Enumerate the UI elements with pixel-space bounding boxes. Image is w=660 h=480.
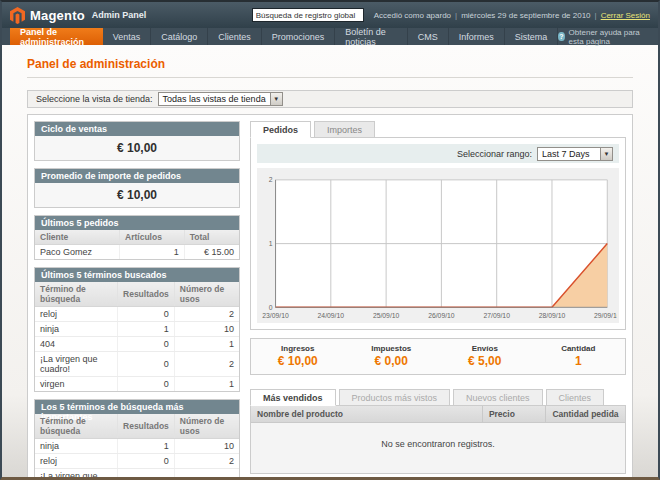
orders-chart: 01223/09/1024/09/1025/09/1026/09/1027/09… bbox=[257, 168, 619, 323]
bestsellers-grid: Nombre del producto Precio Cantidad pedi… bbox=[250, 405, 626, 474]
nav-item-cms[interactable]: CMS bbox=[408, 28, 449, 45]
svg-text:25/09/10: 25/09/10 bbox=[373, 312, 400, 319]
table-cell: 2 bbox=[174, 352, 239, 377]
tab-clientes[interactable]: Clientes bbox=[546, 389, 605, 406]
total-ingresos: Ingresos € 10,00 bbox=[251, 344, 345, 368]
column-header: Término de búsqueda bbox=[35, 282, 118, 307]
store-view-selected-value: Todas las vistas de tienda bbox=[159, 93, 270, 105]
total-impuestos: Impuestos € 0,00 bbox=[345, 344, 439, 368]
nav-item-ventas[interactable]: Ventas bbox=[103, 28, 152, 45]
svg-text:29/09/10: 29/09/10 bbox=[594, 312, 617, 319]
table-cell: 1 bbox=[118, 439, 175, 454]
top-search-terms-table: Término de búsquedaResultadosNúmero de u… bbox=[35, 414, 239, 480]
nav-item-dashboard[interactable]: Panel de administración bbox=[10, 28, 103, 45]
nav-item-catalogo[interactable]: Catálogo bbox=[151, 28, 208, 45]
table-header-row: Término de búsquedaResultadosNúmero de u… bbox=[35, 414, 239, 439]
separator: | bbox=[595, 11, 597, 20]
orders-chart-panel: Seleccionar rango: Last 7 Days ▼ 01223/0… bbox=[250, 137, 626, 330]
table-cell: ¡La virgen que cuadro! bbox=[35, 469, 118, 480]
empty-records-text: No se encontraron registros. bbox=[251, 423, 625, 473]
table-cell: 1 bbox=[118, 322, 175, 337]
help-link[interactable]: ? Obtener ayuda para esta página bbox=[558, 28, 658, 45]
tab-importes[interactable]: Importes bbox=[314, 121, 375, 138]
global-search-input[interactable] bbox=[252, 8, 364, 22]
dashboard-left-column: Ciclo de ventas € 10,00 Promedio de impo… bbox=[34, 121, 240, 480]
tab-mas-vendidos[interactable]: Más vendidos bbox=[250, 389, 336, 406]
store-view-select[interactable]: Todas las vistas de tienda ▼ bbox=[158, 92, 283, 106]
svg-text:2: 2 bbox=[269, 176, 273, 183]
date-text: miércoles 29 de septiembre de 2010 bbox=[461, 11, 590, 20]
range-label: Seleccionar rango: bbox=[457, 149, 532, 159]
svg-text:0: 0 bbox=[269, 304, 273, 311]
total-envios: Envíos € 5,00 bbox=[438, 344, 532, 368]
tab-productos-mas-vistos[interactable]: Productos más vistos bbox=[339, 389, 451, 406]
table-cell: 10 bbox=[174, 439, 239, 454]
table-cell: 10 bbox=[174, 322, 239, 337]
column-header: Total bbox=[184, 230, 239, 245]
header-bar: Magento Admin Panel Accedió como apardo … bbox=[2, 2, 658, 28]
table-row[interactable]: ninja110 bbox=[35, 439, 239, 454]
top-search-terms-box: Los 5 términos de búsqueda más important… bbox=[34, 399, 240, 480]
table-cell: 2 bbox=[174, 469, 239, 480]
logout-link[interactable]: Cerrar Sesión bbox=[601, 11, 650, 20]
nav-item-boletin[interactable]: Boletín de noticias bbox=[335, 28, 408, 45]
separator: | bbox=[455, 11, 457, 20]
table-cell: 0 bbox=[118, 377, 175, 392]
svg-text:26/09/10: 26/09/10 bbox=[428, 312, 455, 319]
header-user-info: Accedió como apardo | miércoles 29 de se… bbox=[374, 11, 650, 20]
table-header-row: Término de búsquedaResultadosNúmero de u… bbox=[35, 282, 239, 307]
column-header-qty: Cantidad pedida bbox=[546, 406, 625, 422]
box-title: Últimos 5 pedidos bbox=[35, 216, 239, 230]
total-value: € 0,00 bbox=[345, 354, 439, 368]
table-row[interactable]: reloj02 bbox=[35, 307, 239, 322]
table-row[interactable]: reloj02 bbox=[35, 454, 239, 469]
logged-in-as-text: Accedió como apardo bbox=[374, 11, 451, 20]
total-label: Envíos bbox=[438, 344, 532, 353]
table-cell: 0 bbox=[118, 454, 175, 469]
nav-item-sistema[interactable]: Sistema bbox=[505, 28, 559, 45]
table-row[interactable]: ninja110 bbox=[35, 322, 239, 337]
tab-nuevos-clientes[interactable]: Nuevos clientes bbox=[453, 389, 543, 406]
table-cell: 0 bbox=[118, 337, 175, 352]
svg-text:24/09/10: 24/09/10 bbox=[318, 312, 345, 319]
total-value: € 10,00 bbox=[251, 354, 345, 368]
table-header-row: ClienteArtículosTotal bbox=[35, 230, 239, 245]
range-select[interactable]: Last 7 Days ▼ bbox=[537, 147, 613, 161]
table-cell: ¡La virgen que cuadro! bbox=[35, 352, 118, 377]
total-value: 1 bbox=[532, 354, 626, 368]
table-cell: reloj bbox=[35, 454, 118, 469]
diagram-tabs: Pedidos Importes bbox=[250, 121, 626, 138]
nav-bar: Panel de administración Ventas Catálogo … bbox=[2, 28, 658, 45]
table-cell: 1 bbox=[120, 245, 185, 260]
column-header: Artículos bbox=[120, 230, 185, 245]
total-label: Impuestos bbox=[345, 344, 439, 353]
column-header: Cliente bbox=[35, 230, 120, 245]
lifetime-sales-box: Ciclo de ventas € 10,00 bbox=[34, 121, 240, 161]
average-orders-value: € 10,00 bbox=[35, 183, 239, 207]
column-header: Número de usos bbox=[174, 414, 239, 439]
range-selected-value: Last 7 Days bbox=[538, 148, 600, 160]
box-title: Ciclo de ventas bbox=[35, 122, 239, 136]
table-cell: 1 bbox=[174, 377, 239, 392]
app-title: Magento bbox=[30, 8, 85, 23]
nav-item-promociones[interactable]: Promociones bbox=[262, 28, 336, 45]
table-row[interactable]: ¡La virgen que cuadro!02 bbox=[35, 352, 239, 377]
store-view-label: Seleccione la vista de tienda: bbox=[36, 94, 153, 104]
table-cell: ninja bbox=[35, 439, 118, 454]
range-bar: Seleccionar rango: Last 7 Days ▼ bbox=[257, 144, 619, 163]
svg-text:27/09/10: 27/09/10 bbox=[483, 312, 510, 319]
average-orders-box: Promedio de importe de pedidos € 10,00 bbox=[34, 168, 240, 208]
table-row[interactable]: Paco Gomez1€ 15.00 bbox=[35, 245, 239, 260]
table-row[interactable]: 40401 bbox=[35, 337, 239, 352]
table-cell: reloj bbox=[35, 307, 118, 322]
table-row[interactable]: ¡La virgen que cuadro!02 bbox=[35, 469, 239, 480]
svg-text:23/09/10: 23/09/10 bbox=[262, 312, 289, 319]
nav-item-clientes[interactable]: Clientes bbox=[208, 28, 262, 45]
column-header: Número de usos bbox=[174, 282, 239, 307]
table-row[interactable]: virgen01 bbox=[35, 377, 239, 392]
table-cell: virgen bbox=[35, 377, 118, 392]
table-cell: 0 bbox=[118, 307, 175, 322]
tab-pedidos[interactable]: Pedidos bbox=[250, 121, 311, 138]
column-header-price: Precio bbox=[483, 406, 547, 422]
nav-item-informes[interactable]: Informes bbox=[449, 28, 505, 45]
